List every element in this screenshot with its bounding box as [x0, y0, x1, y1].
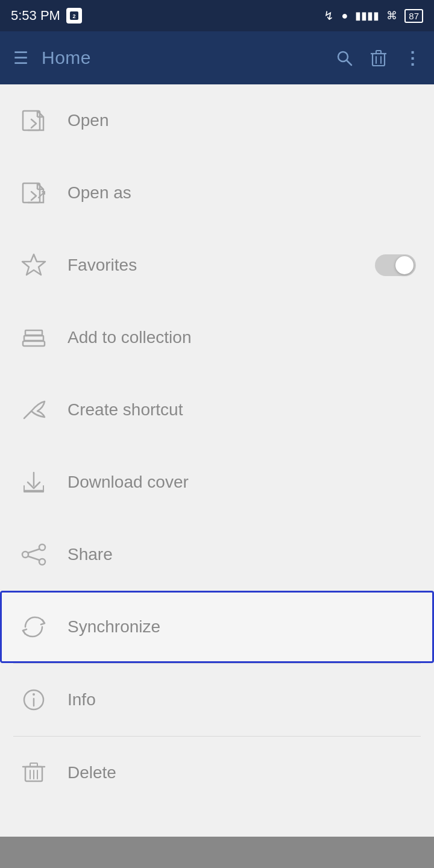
- bottom-nav-bar: [0, 837, 434, 868]
- menu-item-open[interactable]: Open: [0, 84, 434, 157]
- nav-right: ⋮: [335, 48, 421, 68]
- info-icon: [18, 684, 49, 715]
- battery-icon: 87: [404, 9, 423, 23]
- shortcut-icon: [18, 394, 49, 426]
- open-label: Open: [68, 111, 416, 130]
- notification-icon: 2: [66, 8, 82, 24]
- add-collection-label: Add to collection: [68, 328, 416, 347]
- menu-item-create-shortcut[interactable]: Create shortcut: [0, 374, 434, 446]
- svg-point-24: [22, 552, 28, 558]
- status-bar: 5:53 PM 2 ↯ ● ▮▮▮▮ ⌘ 87: [0, 0, 434, 31]
- create-shortcut-label: Create shortcut: [68, 400, 416, 420]
- open-as-icon: [18, 177, 49, 209]
- open-icon: [18, 105, 49, 136]
- favorites-label: Favorites: [68, 256, 357, 275]
- sync-icon: [18, 611, 49, 643]
- svg-point-22: [39, 544, 45, 550]
- menu-item-share[interactable]: Share: [0, 518, 434, 591]
- hamburger-menu-icon[interactable]: ☰: [13, 48, 28, 68]
- svg-rect-17: [23, 341, 45, 346]
- share-icon: [18, 539, 49, 570]
- delete-label: Delete: [68, 763, 416, 782]
- bluetooth-icon: ↯: [324, 8, 334, 23]
- page-title: Home: [42, 48, 91, 68]
- svg-rect-18: [24, 336, 43, 341]
- download-icon: [18, 467, 49, 498]
- wifi-icon: ⌘: [386, 9, 397, 22]
- svg-marker-16: [22, 254, 45, 275]
- signal-icon: ▮▮▮▮: [355, 9, 379, 22]
- open-as-label: Open as: [68, 183, 416, 203]
- status-icons-right: ↯ ● ▮▮▮▮ ⌘ 87: [324, 8, 423, 23]
- alarm-icon: ●: [341, 10, 348, 22]
- nav-left: ☰ Home: [13, 48, 91, 68]
- svg-rect-32: [30, 763, 37, 767]
- menu-item-favorites[interactable]: Favorites: [0, 229, 434, 301]
- time-text: 5:53 PM: [11, 8, 60, 24]
- download-cover-label: Download cover: [68, 473, 416, 492]
- svg-rect-4: [373, 54, 385, 66]
- menu-item-download-cover[interactable]: Download cover: [0, 446, 434, 518]
- menu-item-info[interactable]: Info: [0, 664, 434, 736]
- svg-rect-19: [25, 330, 42, 335]
- toggle-thumb: [395, 256, 414, 274]
- svg-line-25: [28, 549, 39, 553]
- menu-item-delete[interactable]: Delete: [0, 737, 434, 809]
- menu-item-synchronize[interactable]: Synchronize: [0, 591, 434, 663]
- favorites-toggle[interactable]: [375, 254, 416, 276]
- synchronize-label: Synchronize: [68, 617, 416, 637]
- delete-icon[interactable]: [370, 49, 387, 67]
- svg-point-23: [39, 559, 45, 565]
- info-label: Info: [68, 690, 416, 709]
- menu-item-add-collection[interactable]: Add to collection: [0, 301, 434, 374]
- svg-line-3: [347, 60, 351, 65]
- share-label: Share: [68, 545, 416, 564]
- svg-rect-6: [376, 51, 381, 54]
- svg-point-29: [33, 693, 35, 696]
- menu-item-open-as[interactable]: Open as: [0, 157, 434, 229]
- trash-icon: [18, 757, 49, 788]
- collection-icon: [18, 322, 49, 353]
- menu-list: Open Open as Favorites: [0, 84, 434, 809]
- svg-line-26: [28, 556, 39, 560]
- svg-text:2: 2: [72, 13, 75, 19]
- star-icon: [18, 250, 49, 281]
- more-options-icon[interactable]: ⋮: [404, 48, 421, 68]
- search-icon[interactable]: [335, 49, 353, 67]
- nav-bar: ☰ Home ⋮: [0, 31, 434, 84]
- status-time: 5:53 PM 2: [11, 8, 82, 24]
